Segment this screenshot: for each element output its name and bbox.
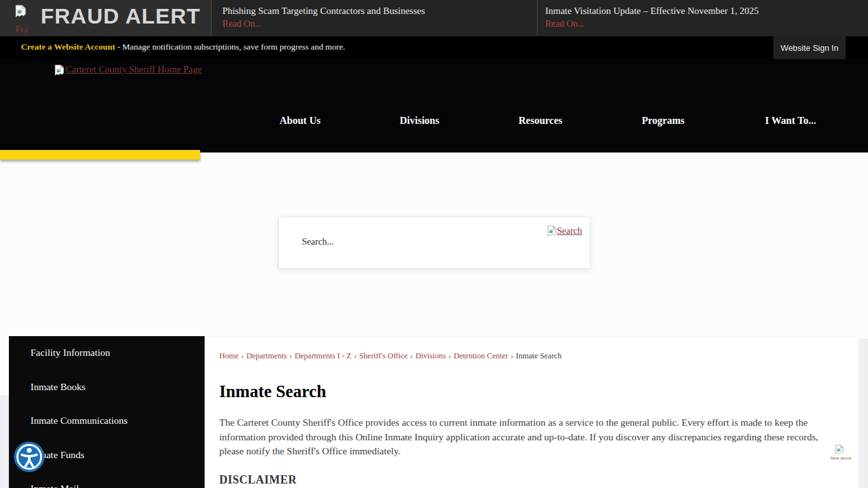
breadcrumb-separator: › (511, 351, 513, 360)
breadcrumb-separator: › (449, 351, 451, 360)
sidebar-item-inmate-communications[interactable]: Inmate Communications (9, 404, 205, 438)
read-on-link[interactable]: Read On... (222, 18, 262, 29)
breadcrumb-home[interactable]: Home (219, 351, 239, 360)
fraud-alert-section: Fra FRAUD ALERT (0, 0, 212, 36)
search-card: Search (278, 217, 590, 269)
alert-item: Phishing Scam Targeting Contractors and … (222, 4, 425, 29)
breadcrumb-detention-center[interactable]: Detention Center (454, 351, 508, 360)
search-submit-link[interactable]: Search (547, 226, 582, 239)
account-text-detail: - Manage notification subscriptions, sav… (118, 42, 345, 51)
accessibility-icon (14, 443, 44, 471)
alert-item: Inmate Visitation Update – Effective Nov… (545, 4, 759, 29)
breadcrumb-separator: › (241, 351, 244, 360)
accessibility-widget-button[interactable] (14, 442, 44, 472)
broken-image-icon (55, 64, 64, 79)
account-bar: Create a Website Account - Manage notifi… (0, 36, 868, 59)
account-text: Create a Website Account - Manage notifi… (21, 42, 345, 52)
home-logo-alt-text: Carteret County Sheriff Home Page (65, 64, 202, 75)
site-header: Carteret County Sheriff Home Page About … (0, 59, 868, 152)
corner-widget[interactable]: Next Arrow (828, 445, 865, 461)
page-title: Inmate Search (219, 382, 326, 402)
breadcrumb-current: Inmate Search (516, 351, 562, 360)
page-background-strip (860, 339, 868, 488)
create-account-link[interactable]: Create a Website Account (21, 42, 115, 51)
home-logo-link[interactable]: Carteret County Sheriff Home Page (55, 64, 202, 79)
breadcrumb-departments[interactable]: Departments (247, 351, 287, 360)
search-link-label: Search (557, 226, 582, 236)
sidebar-item-inmate-mail[interactable]: Inmate Mail (9, 472, 205, 488)
breadcrumb-separator: › (354, 351, 356, 360)
search-input[interactable] (302, 236, 543, 247)
nav-i-want-to[interactable]: I Want To... (765, 115, 816, 126)
broken-image-icon (15, 4, 26, 20)
breadcrumb-separator: › (410, 351, 413, 360)
fraud-image-alt-text: Fra (15, 24, 28, 35)
nav-resources[interactable]: Resources (519, 115, 562, 126)
alert-headline: Inmate Visitation Update – Effective Nov… (545, 4, 759, 18)
alert-bar: Fra FRAUD ALERT Phishing Scam Targeting … (0, 0, 868, 36)
nav-divisions[interactable]: Divisions (400, 115, 439, 126)
website-sign-in-button[interactable]: Website Sign In (773, 36, 846, 59)
yellow-accent-bar (0, 150, 200, 159)
breadcrumb-sheriffs-office[interactable]: Sheriff's Office (359, 351, 407, 360)
intro-paragraph: The Carteret County Sheriff's Office pro… (219, 416, 836, 459)
disclaimer-heading: DISCLAIMER (219, 473, 297, 487)
breadcrumb-departments-i-z[interactable]: Departments I - Z (295, 351, 351, 360)
main-nav: About Us Divisions Resources Programs I … (0, 115, 868, 134)
sidebar-item-inmate-books[interactable]: Inmate Books (9, 370, 205, 405)
read-on-link[interactable]: Read On... (545, 18, 585, 29)
alert-headline: Phishing Scam Targeting Contractors and … (222, 4, 425, 18)
broken-image-icon (547, 226, 557, 239)
sidebar-item-facility-information[interactable]: Facility Information (9, 336, 205, 370)
alert-divider (537, 0, 538, 36)
page-root: Fra FRAUD ALERT Phishing Scam Targeting … (0, 0, 868, 488)
nav-about-us[interactable]: About Us (280, 115, 320, 126)
nav-programs[interactable]: Programs (642, 115, 684, 126)
fraud-alert-title: FRAUD ALERT (41, 4, 201, 29)
breadcrumb-separator: › (290, 351, 292, 360)
corner-widget-alt-text: Next Arrow (831, 456, 861, 461)
breadcrumb: Home›Departments›Departments I - Z›Sheri… (219, 351, 562, 361)
page-background-strip (0, 395, 9, 488)
breadcrumb-divisions[interactable]: Divisions (416, 351, 446, 360)
